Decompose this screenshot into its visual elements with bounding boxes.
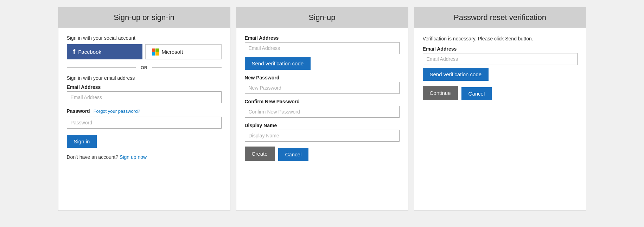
signin-panel: Sign-up or sign-in Sign in with your soc… — [58, 7, 230, 211]
email-heading: Sign in with your email address — [67, 75, 222, 81]
reset-email-group: Email Address Send verification code — [423, 46, 578, 81]
signin-panel-title: Sign-up or sign-in — [58, 7, 230, 28]
reset-email-label: Email Address — [423, 46, 578, 52]
reset-panel-title: Password reset verification — [414, 7, 586, 28]
new-password-input[interactable] — [245, 82, 400, 94]
microsoft-label: Microsoft — [162, 49, 183, 55]
new-password-group: New Password — [245, 75, 400, 94]
signin-password-label: Password — [67, 108, 90, 114]
display-name-group: Display Name — [245, 123, 400, 142]
display-name-label: Display Name — [245, 123, 400, 128]
signup-panel-title: Sign-up — [236, 7, 408, 28]
facebook-button[interactable]: f Facebook — [67, 44, 142, 59]
facebook-icon: f — [73, 48, 76, 56]
no-account-text: Don't have an account? — [67, 154, 119, 160]
reset-send-code-button[interactable]: Send verification code — [423, 68, 489, 81]
verification-info-text: Verification is necessary. Please click … — [423, 36, 533, 41]
password-label-row: Password Forgot your password? — [67, 108, 222, 115]
signup-email-input[interactable] — [245, 42, 400, 54]
signin-panel-body: Sign in with your social account f Faceb… — [58, 28, 230, 167]
continue-button[interactable]: Continue — [423, 86, 458, 100]
reset-panel-body: Verification is necessary. Please click … — [414, 28, 586, 107]
signup-now-link[interactable]: Sign up now — [120, 154, 147, 160]
signin-password-input[interactable] — [67, 117, 222, 129]
new-password-label: New Password — [245, 75, 400, 80]
signin-email-group: Email Address — [67, 84, 222, 103]
create-button[interactable]: Create — [245, 147, 275, 161]
microsoft-button[interactable]: Microsoft — [145, 44, 222, 59]
social-heading: Sign in with your social account — [67, 35, 222, 41]
signup-email-label: Email Address — [245, 35, 400, 41]
reset-email-input[interactable] — [423, 53, 578, 65]
confirm-password-label: Confirm New Password — [245, 99, 400, 104]
reset-button-row: Continue Cancel — [423, 86, 578, 100]
signin-email-input[interactable] — [67, 91, 222, 103]
reset-panel: Password reset verification Verification… — [414, 7, 586, 211]
microsoft-icon — [152, 48, 159, 56]
or-divider: OR — [67, 65, 222, 70]
signup-email-group: Email Address Send verification code — [245, 35, 400, 70]
signin-password-group: Password Forgot your password? — [67, 108, 222, 129]
verification-info: Verification is necessary. Please click … — [423, 35, 578, 43]
reset-cancel-button[interactable]: Cancel — [461, 87, 492, 100]
signup-button-row: Create Cancel — [245, 147, 400, 161]
signup-cancel-button[interactable]: Cancel — [278, 148, 309, 161]
facebook-label: Facebook — [78, 49, 101, 55]
confirm-password-group: Confirm New Password — [245, 99, 400, 118]
display-name-input[interactable] — [245, 130, 400, 142]
confirm-password-input[interactable] — [245, 106, 400, 118]
signup-send-code-button[interactable]: Send verification code — [245, 57, 311, 70]
social-buttons: f Facebook Microsoft — [67, 44, 222, 59]
signin-button[interactable]: Sign in — [67, 135, 97, 148]
signup-prompt: Don't have an account? Sign up now — [67, 154, 222, 160]
or-text: OR — [136, 65, 153, 70]
forgot-password-link[interactable]: Forgot your password? — [94, 109, 140, 114]
signup-panel-body: Email Address Send verification code New… — [236, 28, 408, 168]
signup-panel: Sign-up Email Address Send verification … — [236, 7, 408, 211]
signin-email-label: Email Address — [67, 84, 222, 90]
